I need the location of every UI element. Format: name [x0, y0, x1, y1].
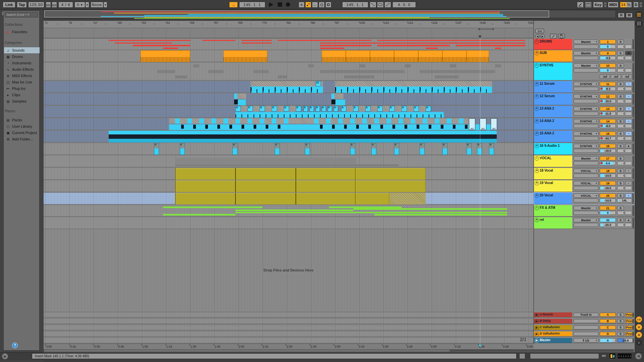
- track-routing-select[interactable]: SYNTHS▼: [574, 107, 598, 111]
- clip-bs[interactable]: [417, 125, 419, 129]
- clip-gb[interactable]: [405, 64, 411, 67]
- solo-button[interactable]: S: [617, 319, 624, 323]
- clip-bs[interactable]: [205, 125, 208, 129]
- fold-track-icon[interactable]: ▾: [535, 181, 539, 185]
- return-letter-box[interactable]: C: [600, 325, 616, 329]
- clip-voc[interactable]: [296, 180, 355, 192]
- master-name[interactable]: Master▶: [534, 338, 572, 343]
- clip-bs[interactable]: [217, 125, 220, 129]
- solo-button[interactable]: S: [617, 193, 624, 198]
- previous-locator-button[interactable]: ◀: [535, 34, 540, 39]
- next-locator-button[interactable]: ▶: [540, 34, 545, 39]
- clip-s5[interactable]: 5-: [341, 106, 346, 112]
- clip-gb[interactable]: [308, 64, 314, 67]
- clip-s5[interactable]: 5-: [426, 106, 431, 112]
- track-routing-select[interactable]: SYNTHS▼: [574, 131, 598, 136]
- clip-s5[interactable]: 5-: [365, 106, 371, 112]
- clip-cy[interactable]: [447, 118, 451, 124]
- pan-box[interactable]: C: [617, 112, 632, 116]
- automation-arm-button[interactable]: [305, 2, 311, 8]
- clip-sub[interactable]: [141, 50, 191, 62]
- play-circle-icon[interactable]: ▶: [535, 339, 539, 343]
- arrangement-lane-ana15[interactable]: [44, 131, 534, 142]
- bar-ruler-label[interactable]: 1: [46, 21, 48, 24]
- solo-button[interactable]: S: [617, 206, 624, 210]
- track-input-box[interactable]: [574, 112, 598, 116]
- return-letter-box[interactable]: D: [600, 332, 616, 336]
- arrangement-lane-serum12[interactable]: [44, 94, 534, 105]
- capture-selection-button[interactable]: ▢: [319, 2, 325, 8]
- fold-track-icon[interactable]: ▾: [535, 82, 539, 86]
- clip-sub[interactable]: [223, 50, 267, 62]
- arrangement-lane-fx-atm[interactable]: [44, 205, 534, 217]
- status-wide-box[interactable]: [530, 353, 599, 359]
- solo-button[interactable]: S: [617, 332, 624, 336]
- clip-rl[interactable]: [456, 45, 525, 46]
- clip-cy[interactable]: [211, 118, 216, 124]
- groove-dropdown-caret[interactable]: ▼: [85, 2, 89, 8]
- play-button[interactable]: [269, 2, 273, 7]
- clip-rl[interactable]: [133, 45, 190, 46]
- volume-box[interactable]: -8.0: [600, 124, 616, 128]
- return-name[interactable]: D ValhallaVint▶: [534, 331, 572, 336]
- clip-bs[interactable]: [465, 125, 468, 129]
- play-circle-icon[interactable]: ▶: [535, 326, 539, 330]
- clip-hg[interactable]: [407, 106, 414, 112]
- track-routing-select[interactable]: VOCAL▼: [574, 181, 598, 185]
- pan-box[interactable]: 14L: [617, 198, 632, 202]
- stop-button[interactable]: [278, 2, 282, 7]
- solo-button[interactable]: S: [617, 107, 624, 111]
- midi-map-button[interactable]: MIDI: [608, 2, 619, 8]
- time-ruler-label[interactable]: 2:15: [262, 345, 268, 348]
- fold-track-icon[interactable]: ▾: [535, 218, 539, 222]
- time-ruler-label[interactable]: 0:00: [46, 345, 52, 348]
- arm-monitor-button[interactable]: ◔: [625, 119, 632, 123]
- clip-rl[interactable]: [202, 40, 235, 41]
- clip-bs[interactable]: [320, 125, 323, 129]
- clip-tk[interactable]: [444, 87, 445, 91]
- time-ruler-label[interactable]: 3:45: [407, 345, 413, 348]
- arrangement-lane-return-b[interactable]: [44, 319, 534, 324]
- clip-gb[interactable]: [359, 64, 365, 67]
- clip-cy[interactable]: [109, 131, 497, 134]
- clip-sub[interactable]: [370, 50, 394, 62]
- clip-hg[interactable]: [251, 81, 323, 86]
- time-ruler-label[interactable]: 4:45: [503, 345, 509, 348]
- clip-sub[interactable]: [394, 50, 418, 62]
- arrangement-lane-sub[interactable]: [44, 50, 534, 62]
- fold-track-icon[interactable]: ▾: [535, 51, 539, 55]
- sidebar-item-audio-effects[interactable]: ∿Audio Effects: [4, 66, 40, 72]
- clip-hg[interactable]: [335, 81, 492, 86]
- pan-box[interactable]: C: [617, 136, 632, 140]
- clip-bs[interactable]: [332, 125, 335, 129]
- unfold-group-icon[interactable]: ≡: [535, 63, 539, 68]
- time-signature-display[interactable]: 4 / 4: [58, 2, 73, 8]
- solo-button[interactable]: S: [617, 313, 624, 317]
- time-ruler-label[interactable]: 0:45: [118, 345, 124, 348]
- clip-hg[interactable]: [277, 106, 284, 112]
- track-activator[interactable]: 15: [600, 131, 616, 136]
- return-letter-box[interactable]: B: [600, 319, 616, 323]
- clip-cy[interactable]: [175, 118, 180, 124]
- play-circle-icon[interactable]: ▶: [535, 319, 539, 323]
- track-activator[interactable]: 32: [600, 218, 616, 222]
- track-activator[interactable]: 20: [600, 193, 616, 198]
- fold-track-icon[interactable]: ▾: [535, 169, 539, 173]
- clip-hg[interactable]: [359, 106, 365, 112]
- sidebar-item-clips[interactable]: ▸Clips: [4, 92, 40, 98]
- bar-ruler-label[interactable]: 17: [94, 21, 98, 24]
- pan-box[interactable]: C: [617, 87, 632, 91]
- clip-cy[interactable]: [314, 118, 319, 124]
- volume-box[interactable]: -8.3: [600, 87, 616, 91]
- clip-hg[interactable]: [289, 106, 296, 112]
- track-routing-select[interactable]: SYNTHS▼: [574, 94, 598, 99]
- clip-tk[interactable]: [395, 87, 396, 91]
- loop-end-marker[interactable]: [492, 28, 494, 31]
- status-collapse-button[interactable]: ◀: [635, 353, 642, 359]
- arm-monitor-button[interactable]: ●: [625, 169, 632, 173]
- clip-voc[interactable]: [355, 168, 426, 180]
- clip-gb[interactable]: [208, 70, 223, 73]
- solo-button[interactable]: S: [617, 51, 624, 55]
- clip-rl[interactable]: [320, 43, 525, 44]
- clip-a9[interactable]: 9-: [180, 143, 185, 155]
